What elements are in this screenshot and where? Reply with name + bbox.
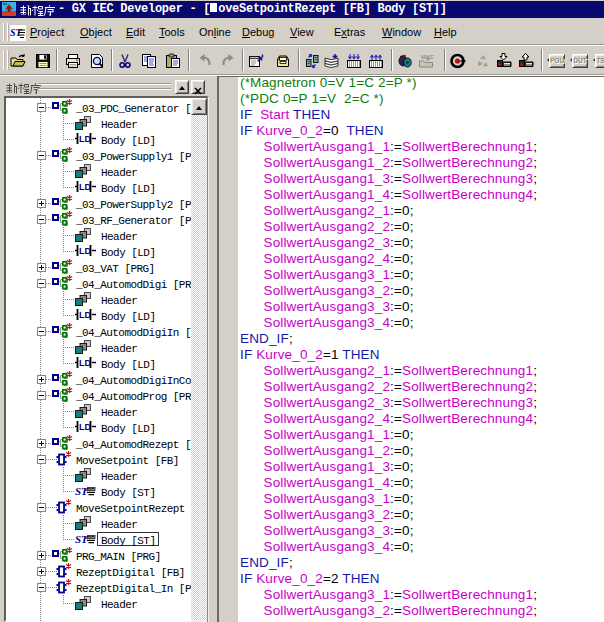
- svg-text:LD: LD: [79, 310, 91, 320]
- svg-text:LD: LD: [79, 422, 91, 432]
- svg-text:LD: LD: [79, 182, 91, 192]
- svg-text:LD: LD: [79, 358, 91, 368]
- svg-text:LD: LD: [79, 246, 91, 256]
- svg-text:LD: LD: [79, 134, 91, 144]
